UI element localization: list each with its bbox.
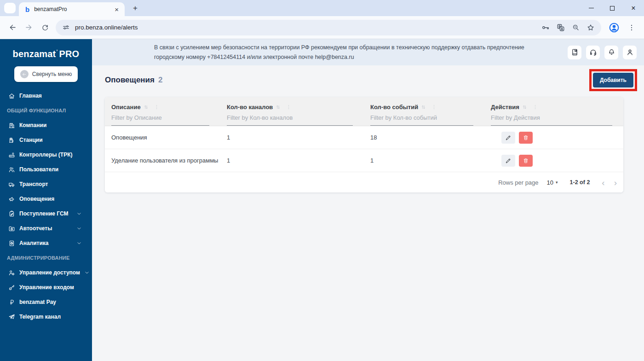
access-icon [8, 269, 15, 276]
sidebar: benzamat’PRO Свернуть меню ГлавнаяОБЩИЙ … [0, 39, 92, 361]
sidebar-item-label: Пользователи [19, 166, 58, 173]
sidebar-item-analytics[interactable]: Аналитика [0, 236, 92, 250]
sidebar-item-home[interactable]: Главная [0, 88, 92, 103]
cell-channels: 1 [220, 157, 364, 164]
window-close-button[interactable]: × [623, 0, 644, 16]
column-label: Кол-во каналов [227, 104, 273, 111]
filter-input[interactable] [370, 113, 473, 126]
browser-menu-icon[interactable] [625, 21, 638, 34]
sort-icon[interactable] [275, 104, 281, 110]
autoreports-icon [8, 225, 15, 232]
column-menu-icon[interactable] [431, 104, 437, 110]
sidebar-item-stations[interactable]: Станции [0, 133, 92, 147]
sidebar-item-label: Компании [19, 122, 46, 128]
sidebar-item-label: Поступление ГСМ [19, 210, 69, 217]
new-tab-button[interactable]: + [130, 3, 141, 13]
column-header: Действия [484, 102, 623, 126]
filter-input[interactable] [491, 113, 612, 126]
fuel-income-icon [8, 210, 15, 217]
tab-search-chevron-icon[interactable] [4, 3, 16, 13]
telegram-icon [8, 314, 15, 320]
sort-icon[interactable] [143, 104, 149, 110]
window-minimize-button[interactable] [581, 0, 602, 16]
edit-button[interactable] [501, 132, 515, 144]
column-label: Кол-во событий [370, 104, 418, 111]
sidebar-item-label: Управление доступом [19, 269, 80, 276]
sidebar-item-controllers[interactable]: Контроллеры (ТРК) [0, 147, 92, 162]
password-key-icon[interactable] [541, 23, 550, 32]
rows-per-page-value: 10 [547, 179, 553, 186]
home-icon [8, 93, 15, 99]
arrow-left-icon [20, 70, 29, 78]
browser-toolbar: pro.benza.online/alerts [0, 16, 644, 39]
browser-titlebar: b benzamatPro × + × [0, 0, 644, 16]
cell-channels: 1 [220, 134, 364, 141]
address-bar[interactable]: pro.benza.online/alerts [56, 20, 601, 35]
window-controls: × [581, 0, 644, 16]
rows-per-page-select[interactable]: 10 ▾ [547, 179, 558, 186]
cell-actions [484, 155, 623, 167]
sidebar-item-autoreports[interactable]: Автоотчеты [0, 221, 92, 236]
alerts-icon [8, 196, 15, 203]
window-maximize-button[interactable] [602, 0, 623, 16]
table-body: Оповещения118Уделание пользователя из пр… [105, 126, 623, 172]
sidebar-item-companies[interactable]: Компании [0, 118, 92, 133]
prev-page-button[interactable]: ‹ [602, 178, 604, 187]
tab-title: benzamatPro [34, 6, 113, 12]
sidebar-section-label: ОБЩИЙ ФУНКЦИОНАЛ [0, 103, 92, 118]
sidebar-item-fuel-income[interactable]: Поступление ГСМ [0, 206, 92, 221]
filter-input[interactable] [111, 113, 209, 126]
table-row: Уделание пользователя из программы11 [105, 149, 623, 172]
translate-icon[interactable] [557, 23, 565, 32]
banner-notice: В связи с усилением мер безопасности на … [154, 43, 524, 62]
login-icon [8, 284, 15, 291]
profile-button[interactable] [623, 46, 637, 59]
forward-button[interactable] [23, 21, 35, 34]
sort-icon[interactable] [420, 104, 426, 110]
column-menu-icon[interactable] [532, 104, 538, 110]
support-button[interactable] [586, 46, 600, 59]
sidebar-item-transport[interactable]: Транспорт [0, 177, 92, 192]
bookmark-star-icon[interactable] [586, 23, 595, 32]
alerts-table: ОписаниеКол-во каналовКол-во событийДейс… [105, 97, 623, 192]
site-settings-icon[interactable] [62, 23, 70, 31]
url-text[interactable]: pro.benza.online/alerts [75, 24, 541, 31]
edit-button[interactable] [501, 155, 515, 167]
sidebar-item-telegram[interactable]: Telegram канал [0, 309, 92, 324]
sidebar-section-label: АДМИНИСТРИРОВАНИЕ [0, 250, 92, 265]
controllers-icon [8, 151, 15, 158]
table-pagination: Rows per page 10 ▾ 1-2 of 2 ‹ › [105, 172, 623, 192]
sidebar-item-users[interactable]: Пользователи [0, 162, 92, 177]
column-menu-icon[interactable] [286, 104, 292, 110]
delete-trash-icon [523, 134, 529, 141]
profile-icon [626, 48, 634, 56]
stations-icon [8, 137, 15, 144]
delete-button[interactable] [519, 132, 533, 144]
next-page-button[interactable]: › [614, 178, 617, 187]
column-menu-icon[interactable] [154, 104, 160, 110]
add-button[interactable]: Добавить [593, 73, 633, 87]
notifications-button[interactable] [604, 46, 618, 59]
cell-description: Оповещения [105, 134, 220, 141]
sidebar-item-label: Станции [19, 137, 43, 143]
reload-button[interactable] [39, 21, 51, 34]
companies-icon [8, 122, 15, 129]
sidebar-item-alerts[interactable]: Оповещения [0, 192, 92, 206]
back-button[interactable] [6, 21, 19, 34]
zoom-out-icon[interactable] [572, 23, 580, 31]
app-logo: benzamat’PRO [0, 49, 92, 59]
collapse-menu-button[interactable]: Свернуть меню [14, 66, 78, 82]
browser-tab[interactable]: b benzamatPro × [19, 2, 125, 16]
table-header: ОписаниеКол-во каналовКол-во событийДейс… [105, 97, 623, 126]
main-area: Оповещения2 Добавить ОписаниеКол-во кана… [92, 65, 644, 361]
delete-button[interactable] [519, 155, 533, 167]
browser-profile-avatar[interactable] [608, 22, 620, 34]
sort-icon[interactable] [522, 104, 528, 110]
sidebar-item-label: Аналитика [19, 240, 49, 246]
sidebar-item-login[interactable]: Управление входом [0, 280, 92, 295]
sidebar-item-access[interactable]: Управление доступом [0, 265, 92, 280]
filter-input[interactable] [227, 113, 353, 126]
tab-close-icon[interactable]: × [113, 6, 120, 13]
manual-button[interactable] [568, 46, 581, 59]
sidebar-item-pay[interactable]: benzamat Pay [0, 295, 92, 309]
